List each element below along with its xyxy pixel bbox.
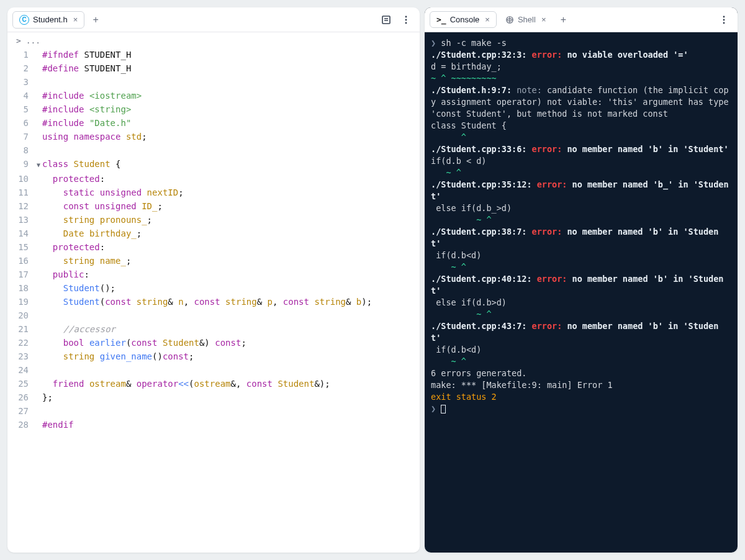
code-line[interactable]: 3 (7, 75, 420, 89)
code-content: const unsigned ID_; (42, 199, 420, 213)
console-output[interactable]: ❯ sh -c make -s./Student.cpp:32:3: error… (425, 32, 738, 553)
line-number: 17 (7, 268, 35, 281)
tab-label: Shell (518, 15, 536, 24)
code-line[interactable]: 13 string pronouns_; (7, 213, 420, 227)
code-editor[interactable]: 1#ifndef STUDENT_H2#define STUDENT_H34#i… (7, 47, 420, 553)
console-line: ~ ^ (431, 356, 731, 368)
line-number: 20 (7, 309, 35, 322)
console-line: ~ ^ ~~~~~~~~~ (431, 73, 731, 84)
code-content: #include <iostream> (42, 89, 420, 102)
line-number: 25 (7, 377, 35, 391)
console-line: if(d.b<d) (431, 344, 731, 356)
code-line[interactable]: 16 string name_; (7, 254, 420, 268)
code-line[interactable]: 19 Student(const string& n, const string… (7, 295, 420, 309)
code-line[interactable]: 15 protected: (7, 240, 420, 254)
line-number: 16 (7, 254, 35, 268)
line-number: 18 (7, 281, 35, 295)
console-line: ./Student.cpp:40:12: error: no member na… (431, 273, 731, 297)
console-panel: >_ Console × Shell × + ❯ sh -c make -s./… (425, 7, 738, 553)
tab-shell[interactable]: Shell × (499, 12, 553, 27)
console-line: ./Student.cpp:33:6: error: no member nam… (431, 143, 731, 155)
line-number: 2 (7, 61, 35, 75)
code-content: //accessor (42, 322, 420, 336)
code-line[interactable]: 27 (7, 404, 420, 418)
svg-point-8 (723, 19, 725, 20)
code-line[interactable]: 26}; (7, 391, 420, 404)
code-line[interactable]: 2#define STUDENT_H (7, 61, 420, 75)
code-content: static unsigned nextID; (42, 186, 420, 199)
code-line[interactable]: 21 //accessor (7, 322, 420, 336)
code-line[interactable]: 1#ifndef STUDENT_H (7, 48, 420, 61)
line-number: 5 (7, 102, 35, 116)
code-line[interactable]: 7using namespace std; (7, 130, 420, 143)
code-line[interactable]: 4#include <iostream> (7, 89, 420, 102)
code-line[interactable]: 9▼class Student { (7, 157, 420, 172)
editor-panel: C Student.h × + > ... 1#ifndef STUDENT_H… (7, 7, 420, 553)
tab-label: Student.h (33, 15, 68, 24)
console-line: ./Student.cpp:38:7: error: no member nam… (431, 226, 731, 238)
close-icon[interactable]: × (541, 15, 546, 24)
console-line: exit status 2 (431, 391, 731, 403)
more-icon[interactable] (397, 11, 415, 29)
console-line: else if(d.b_>d) (431, 202, 731, 214)
add-tab-button[interactable]: + (554, 11, 572, 29)
tab-console[interactable]: >_ Console × (430, 11, 497, 28)
terminal-icon: >_ (436, 15, 446, 24)
code-content: string pronouns_; (42, 213, 420, 227)
svg-point-4 (405, 19, 407, 20)
code-line[interactable]: 25 friend ostream& operator<<(ostream&, … (7, 377, 420, 391)
code-line[interactable]: 5#include <string> (7, 102, 420, 116)
svg-point-7 (723, 16, 725, 17)
console-line: ./Student.cpp:43:7: error: no member nam… (431, 320, 731, 332)
console-line: ~ ^ (431, 167, 731, 179)
code-line[interactable]: 6#include "Date.h" (7, 116, 420, 130)
console-line: t' (431, 332, 731, 344)
code-content: public: (42, 268, 420, 281)
add-tab-button[interactable]: + (87, 11, 104, 29)
line-number: 9 (7, 157, 35, 171)
line-number: 24 (7, 363, 35, 377)
code-line[interactable]: 23 string given_name()const; (7, 350, 420, 363)
code-content: class Student { (42, 157, 420, 171)
console-line: ^ (431, 132, 731, 143)
code-line[interactable]: 18 Student(); (7, 281, 420, 295)
console-line: else if(d.b>d) (431, 297, 731, 309)
svg-point-9 (723, 22, 725, 24)
line-number: 8 (7, 143, 35, 157)
tab-file-student-h[interactable]: C Student.h × (12, 11, 84, 29)
line-number: 6 (7, 116, 35, 130)
line-number: 11 (7, 186, 35, 199)
code-line[interactable]: 12 const unsigned ID_; (7, 199, 420, 213)
more-icon[interactable] (715, 11, 733, 29)
console-line: class Student { (431, 120, 731, 132)
console-line: ❯ sh -c make -s (431, 37, 731, 49)
code-line[interactable]: 20 (7, 309, 420, 322)
code-line[interactable]: 22 bool earlier(const Student&) const; (7, 336, 420, 350)
shell-icon (505, 16, 514, 24)
console-line: t' (431, 238, 731, 250)
console-line: ./Student.cpp:32:3: error: no viable ove… (431, 49, 731, 61)
console-line: make: *** [Makefile:9: main] Error 1 (431, 379, 731, 391)
console-line: ~ ^ (431, 214, 731, 226)
code-content: bool earlier(const Student&) const; (42, 336, 420, 350)
code-content: Student(); (42, 281, 420, 295)
code-content: Student(const string& n, const string& p… (42, 295, 420, 309)
code-line[interactable]: 11 static unsigned nextID; (7, 186, 420, 199)
code-line[interactable]: 8 (7, 143, 420, 157)
code-content: #ifndef STUDENT_H (42, 48, 420, 61)
console-line: if(d.b<d) (431, 250, 731, 261)
code-line[interactable]: 24 (7, 363, 420, 377)
breadcrumb[interactable]: > ... (7, 32, 420, 47)
code-line[interactable]: 14 Date birthday_; (7, 227, 420, 240)
fold-icon[interactable]: ▼ (35, 158, 42, 172)
code-line[interactable]: 10 protected: (7, 172, 420, 186)
line-number: 23 (7, 350, 35, 363)
close-icon[interactable]: × (73, 15, 78, 24)
code-content: friend ostream& operator<<(ostream&, con… (42, 377, 420, 391)
line-number: 27 (7, 404, 35, 418)
line-number: 7 (7, 130, 35, 143)
code-line[interactable]: 28#endif (7, 418, 420, 431)
close-icon[interactable]: × (485, 15, 490, 24)
format-icon[interactable] (377, 11, 395, 29)
code-line[interactable]: 17 public: (7, 268, 420, 281)
